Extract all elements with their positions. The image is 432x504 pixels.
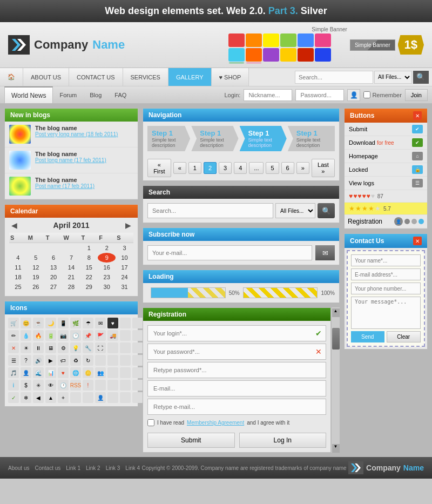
cal-day-18[interactable]: 18 <box>9 272 27 282</box>
cal-day-31[interactable]: 31 <box>116 282 133 292</box>
icon-pause[interactable]: ⏸ <box>33 342 44 353</box>
contact-phone-input[interactable] <box>351 283 421 294</box>
cal-day-27[interactable]: 27 <box>45 282 63 292</box>
cal-day-6[interactable]: 6 <box>45 253 63 263</box>
cal-day-25[interactable]: 25 <box>9 282 27 292</box>
agreement-checkbox[interactable] <box>147 419 154 426</box>
cal-day-26[interactable]: 26 <box>27 282 45 292</box>
tab-blog[interactable]: Blog <box>83 86 108 103</box>
cal-day-17[interactable]: 17 <box>116 263 133 272</box>
cal-day-19[interactable]: 19 <box>27 272 45 282</box>
blog-link-1[interactable]: Post very long name (18 feb 2011) <box>35 131 118 137</box>
icon-snowflake[interactable]: ❄ <box>21 392 31 403</box>
join-button[interactable]: Join <box>405 89 428 101</box>
contact-name-input[interactable] <box>351 254 421 266</box>
submit-icon[interactable]: ✔ <box>412 125 423 133</box>
icon-up[interactable]: ▲ <box>45 392 56 403</box>
reg-retype-password-input[interactable] <box>147 362 326 378</box>
contact-clear-button[interactable]: Clear <box>387 331 421 342</box>
page-3-button[interactable]: 3 <box>219 162 232 174</box>
step-2[interactable]: Step 1 Simple text description <box>191 126 238 151</box>
icon-info[interactable]: i <box>8 380 19 391</box>
icon-coin[interactable]: 🪙 <box>83 367 93 378</box>
nav-about[interactable]: ABOUT US <box>23 68 69 86</box>
subscribe-button[interactable]: ✉ <box>315 245 335 260</box>
icon-back[interactable]: ◀ <box>33 392 44 403</box>
contact-close-button[interactable]: ✕ <box>413 237 422 245</box>
step-3-active[interactable]: Step 1 Simple text description <box>240 126 287 151</box>
icon-question[interactable]: ? <box>21 355 31 366</box>
icon-dollar[interactable]: $ <box>21 380 31 391</box>
cal-day-3[interactable]: 3 <box>116 243 133 253</box>
scrollbar-down-button[interactable]: ▼ <box>332 444 340 453</box>
icon-placeholder14[interactable] <box>132 367 143 378</box>
icon-eye[interactable]: 👁 <box>45 380 56 391</box>
cal-day-10[interactable]: 10 <box>116 253 133 263</box>
reg-login-button[interactable]: Log In <box>239 433 327 448</box>
icon-placeholder7[interactable] <box>132 342 143 353</box>
contact-email-input[interactable] <box>351 268 421 280</box>
icon-flag[interactable]: 🚩 <box>95 330 106 341</box>
search-filter-select[interactable]: All Files... <box>374 71 412 84</box>
icon-rss[interactable]: RSS <box>70 380 81 391</box>
icon-placeholder1[interactable] <box>120 318 131 328</box>
reg-submit-button[interactable]: Submit <box>147 433 235 448</box>
footer-link-contact[interactable]: Contact us <box>35 465 60 471</box>
footer-link-2[interactable]: Link 2 <box>86 465 100 471</box>
tab-world-news[interactable]: World News <box>4 86 53 103</box>
icon-placeholder3[interactable] <box>120 330 131 341</box>
icon-camera[interactable]: 📷 <box>58 330 69 341</box>
icon-check-green[interactable]: ✓ <box>8 392 19 403</box>
page-2-button[interactable]: 2 <box>204 162 217 174</box>
icon-heart2[interactable]: ♥ <box>58 367 69 378</box>
icon-pencil[interactable]: ✏ <box>8 330 19 341</box>
icon-placeholder13[interactable] <box>120 367 131 378</box>
icon-placeholder16[interactable] <box>107 380 118 391</box>
icon-clock3[interactable]: 🕐 <box>58 380 69 391</box>
page-next-button[interactable]: » <box>296 162 309 174</box>
cal-day-22[interactable]: 22 <box>80 272 98 282</box>
icon-placeholder12[interactable] <box>107 367 118 378</box>
cal-day-29[interactable]: 29 <box>80 282 98 292</box>
icon-placeholder15[interactable] <box>95 380 106 391</box>
icon-phone[interactable]: 📱 <box>58 318 69 328</box>
cal-day-9-today[interactable]: 9 <box>98 253 116 263</box>
cal-day-15[interactable]: 15 <box>80 263 98 272</box>
icon-placeholder11[interactable] <box>132 355 143 366</box>
icon-placeholder2[interactable] <box>132 318 143 328</box>
footer-link-4[interactable]: Link 4 <box>125 465 140 471</box>
icon-placeholder18[interactable] <box>132 380 143 391</box>
icon-clock2[interactable]: 🕐 <box>70 330 81 341</box>
user-icon-button[interactable]: 👤 <box>347 89 360 101</box>
step-1[interactable]: Step 1 Simple text description <box>147 126 190 151</box>
footer-link-about[interactable]: About us <box>8 465 29 471</box>
page-5-button[interactable]: 5 <box>266 162 279 174</box>
icon-placeholder19[interactable] <box>70 392 81 403</box>
tab-faq[interactable]: FAQ <box>108 86 133 103</box>
page-4-button[interactable]: 4 <box>234 162 247 174</box>
icon-battery[interactable]: 🔋 <box>45 330 56 341</box>
icon-circle-arrow[interactable]: ↻ <box>83 355 93 366</box>
footer-link-1[interactable]: Link 1 <box>66 465 80 471</box>
nav-gallery[interactable]: GALLERY <box>168 68 212 86</box>
icon-music[interactable]: 🎵 <box>8 367 19 378</box>
icon-person[interactable]: 👤 <box>21 367 31 378</box>
icon-bars[interactable]: ☰ <box>8 355 19 366</box>
page-1-button[interactable]: 1 <box>188 162 201 174</box>
icon-gear2[interactable]: ⚙ <box>58 342 69 353</box>
scrollbar[interactable]: ▲ ▼ <box>331 307 340 453</box>
page-last-button[interactable]: Last » <box>312 159 335 177</box>
cal-day-24[interactable]: 24 <box>116 272 133 282</box>
icon-mail2[interactable]: ✉ <box>95 318 106 328</box>
reg-retype-email-input[interactable] <box>147 399 326 415</box>
password-input[interactable] <box>295 89 344 101</box>
page-6-button[interactable]: 6 <box>281 162 294 174</box>
viewlogs-icon[interactable]: ☰ <box>412 179 423 187</box>
locked-icon[interactable]: 🔒 <box>412 165 423 174</box>
cal-day-16[interactable]: 16 <box>98 263 116 272</box>
cal-day-2[interactable]: 2 <box>98 243 116 253</box>
nickname-input[interactable] <box>244 89 292 101</box>
calendar-prev-button[interactable]: ◀ <box>11 221 17 230</box>
main-search-input[interactable] <box>147 203 273 218</box>
icon-play[interactable]: ▶ <box>45 355 56 366</box>
